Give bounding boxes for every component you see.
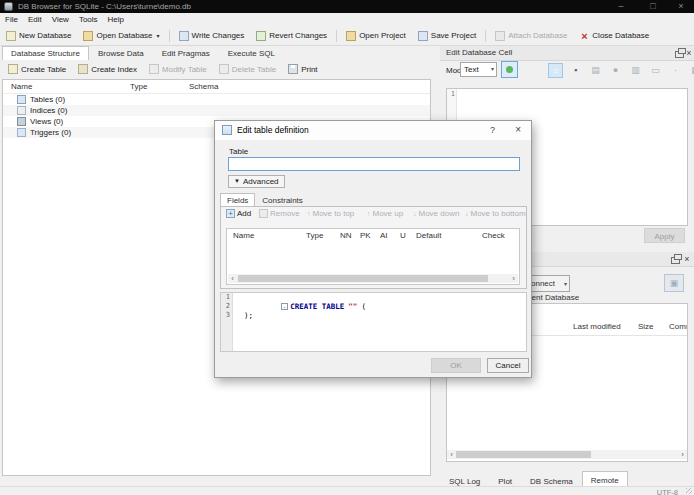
encoding-indicator[interactable]: UTF-8 [657, 488, 678, 495]
scroll-right-icon[interactable] [509, 274, 518, 283]
move-bottom-label: Move to bottom [471, 209, 526, 218]
dialog-close-button[interactable]: × [515, 124, 521, 135]
sql-code: CREATE TABLE""( ); [236, 293, 526, 320]
tab-fields[interactable]: Fields [220, 193, 255, 206]
fields-column-default[interactable]: Default [416, 231, 441, 240]
move-up-icon [367, 209, 371, 218]
column-header-schema[interactable]: Schema [189, 82, 218, 91]
save-project-label: Save Project [431, 31, 476, 40]
views-icon [17, 117, 26, 126]
fields-column-pk[interactable]: PK [360, 231, 371, 240]
scrollbar-thumb[interactable] [238, 275, 488, 282]
create-table-button[interactable]: Create Table [2, 62, 72, 76]
triggers-icon [17, 128, 26, 137]
column-header-name[interactable]: Name [11, 82, 32, 91]
revert-changes-icon [256, 31, 266, 41]
fields-horizontal-scrollbar[interactable] [228, 274, 518, 283]
scroll-left-icon[interactable] [447, 450, 456, 459]
scroll-left-icon[interactable] [228, 274, 237, 283]
menu-help[interactable]: Help [103, 13, 129, 26]
fields-pane: Add Remove Move to top Move up Move down [220, 206, 527, 289]
move-to-bottom-button: Move to bottom [465, 209, 526, 218]
tree-item-indices[interactable]: Indices (0) [3, 105, 430, 116]
advanced-button[interactable]: Advanced [228, 175, 285, 188]
menu-view[interactable]: View [47, 13, 74, 26]
window-close-button[interactable]: × [668, 0, 694, 13]
text-wrap-icon[interactable] [548, 63, 563, 78]
delete-table-button: Delete Table [213, 62, 282, 76]
fields-table[interactable]: Name Type NN PK AI U Default Check [226, 228, 520, 285]
toolbar-separator [169, 30, 170, 42]
fold-icon[interactable] [281, 303, 288, 310]
tab-database-structure[interactable]: Database Structure [2, 46, 89, 60]
open-database-caret-icon[interactable] [157, 32, 160, 39]
cancel-button[interactable]: Cancel [487, 358, 529, 373]
set-null-icon [668, 63, 683, 78]
open-file-icon [588, 63, 603, 78]
dialog-help-button[interactable]: ? [490, 125, 495, 135]
app-window: DB Browser for SQLite - C:\Users\turne\d… [0, 0, 694, 495]
open-project-label: Open Project [359, 31, 406, 40]
print-cell-icon[interactable] [688, 63, 694, 78]
tab-execute-sql[interactable]: Execute SQL [219, 46, 284, 60]
delete-table-label: Delete Table [232, 65, 276, 74]
sql-keyword: CREATE TABLE [290, 302, 344, 311]
fields-column-name[interactable]: Name [233, 231, 254, 240]
fields-column-nn[interactable]: NN [340, 231, 352, 240]
open-project-button[interactable]: Open Project [340, 29, 412, 43]
dock-close-icon[interactable] [682, 253, 692, 265]
create-table-label: Create Table [21, 65, 66, 74]
fields-column-u[interactable]: U [400, 231, 406, 240]
open-database-icon [83, 31, 93, 41]
fields-column-check[interactable]: Check [482, 231, 505, 240]
attach-database-icon [495, 31, 505, 41]
new-database-button[interactable]: New Database [0, 29, 77, 43]
move-to-top-button: Move to top [307, 209, 354, 218]
sql-preview[interactable]: 1 2 3 CREATE TABLE""( ); [220, 292, 527, 352]
revert-changes-label: Revert Changes [269, 31, 327, 40]
auto-apply-toggle[interactable] [501, 61, 518, 78]
fields-column-type[interactable]: Type [306, 231, 323, 240]
main-tab-bar: Database Structure Browse Data Edit Prag… [2, 46, 284, 60]
remote-column-commit[interactable]: Commit [669, 322, 688, 331]
save-project-button[interactable]: Save Project [412, 29, 482, 43]
create-index-button[interactable]: Create Index [72, 62, 143, 76]
table-name-input[interactable] [228, 157, 520, 171]
chevron-down-icon [491, 65, 494, 72]
add-field-button[interactable]: Add [226, 209, 251, 218]
dock-float-icon[interactable] [671, 257, 680, 264]
print-button[interactable]: Print [282, 62, 323, 76]
dock-close-icon[interactable] [684, 47, 694, 59]
move-up-button: Move up [367, 209, 403, 218]
line-number: 2 [221, 302, 230, 311]
menu-file[interactable]: File [0, 13, 23, 26]
tab-remote[interactable]: Remote [582, 471, 628, 487]
resize-grip[interactable] [686, 488, 692, 494]
menu-edit[interactable]: Edit [23, 13, 47, 26]
close-database-button[interactable]: Close Database [573, 29, 655, 43]
tab-edit-pragmas[interactable]: Edit Pragmas [153, 46, 219, 60]
fields-column-ai[interactable]: AI [380, 231, 388, 240]
dock-float-icon[interactable] [675, 51, 684, 58]
tab-constraints[interactable]: Constraints [255, 193, 309, 206]
column-header-type[interactable]: Type [130, 82, 147, 91]
app-icon [4, 2, 13, 11]
remove-label: Remove [270, 209, 300, 218]
tab-browse-data[interactable]: Browse Data [89, 46, 153, 60]
minimize-button[interactable]: – [608, 0, 634, 13]
create-index-label: Create Index [91, 65, 137, 74]
maximize-button[interactable]: □ [640, 0, 666, 13]
binary-view-icon[interactable] [568, 63, 583, 78]
scroll-right-icon[interactable] [678, 450, 687, 459]
scrollbar-thumb[interactable] [456, 451, 591, 458]
write-changes-button[interactable]: Write Changes [173, 29, 251, 43]
remove-icon [259, 209, 268, 218]
remote-horizontal-scrollbar[interactable] [447, 450, 687, 459]
open-database-button[interactable]: Open Database [77, 29, 165, 43]
remote-column-size[interactable]: Size [638, 322, 654, 331]
menu-tools[interactable]: Tools [74, 13, 103, 26]
revert-changes-button[interactable]: Revert Changes [250, 29, 333, 43]
remote-column-last-modified[interactable]: Last modified [573, 322, 621, 331]
tree-item-tables[interactable]: Tables (0) [3, 94, 430, 105]
mode-select[interactable]: Text [460, 62, 497, 77]
